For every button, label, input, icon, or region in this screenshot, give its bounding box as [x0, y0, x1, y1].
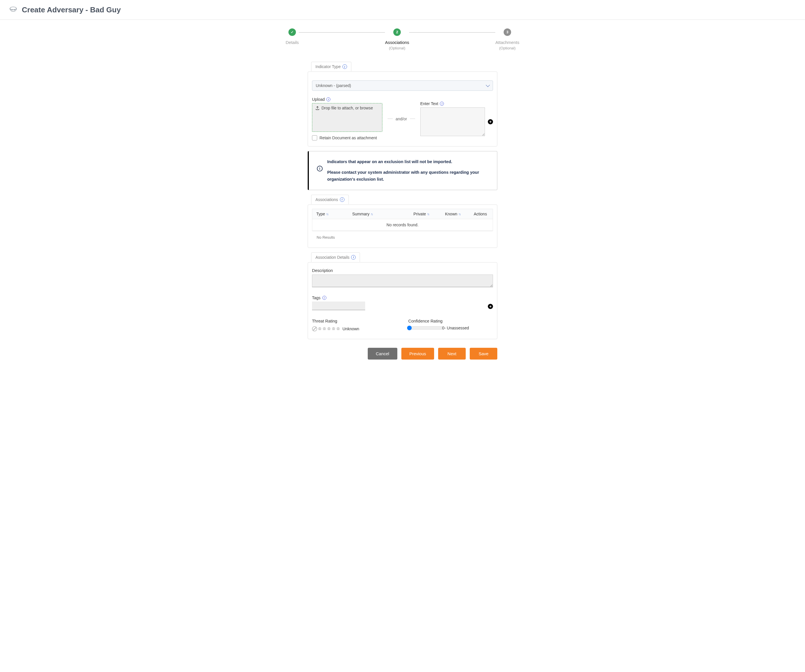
- step-sublabel: (Optional): [499, 46, 516, 50]
- step-number: 2: [393, 28, 401, 36]
- confidence-value: 0- Unassessed: [442, 326, 493, 330]
- tab-label: Indicator Type: [315, 64, 341, 69]
- chevron-down-icon: [486, 83, 490, 87]
- save-button[interactable]: Save: [470, 348, 497, 359]
- check-icon: ✓: [288, 28, 296, 36]
- enter-text-label: Enter Text i: [420, 102, 493, 106]
- upload-icon: [315, 106, 320, 110]
- step-label: Associations: [385, 40, 409, 45]
- step-label: Details: [286, 40, 299, 45]
- adversary-icon: [8, 5, 18, 14]
- sort-icon: ↑↓: [371, 212, 373, 216]
- step-label: Attachments: [495, 40, 519, 45]
- confidence-slider[interactable]: 0- Unassessed: [408, 326, 493, 330]
- threat-rating-label: Threat Rating: [312, 319, 397, 323]
- add-text-button[interactable]: +: [488, 119, 493, 125]
- info-icon[interactable]: i: [351, 255, 356, 260]
- tab-associations[interactable]: Associations i: [311, 195, 349, 204]
- step-sublabel: (Optional): [389, 46, 405, 50]
- alert-line1: Indicators that appear on an exclusion l…: [327, 158, 489, 166]
- indicator-text-input[interactable]: [420, 107, 485, 136]
- skull-icon[interactable]: [322, 327, 326, 331]
- info-icon[interactable]: i: [326, 97, 330, 102]
- step-details[interactable]: ✓ Details: [286, 28, 299, 46]
- step-connector: [299, 32, 385, 33]
- col-type[interactable]: Type ↑↓: [312, 211, 348, 216]
- indicator-type-select[interactable]: Unknown - (parsed): [312, 80, 493, 91]
- tab-association-details[interactable]: Association Details i: [311, 252, 360, 262]
- step-connector: [409, 32, 495, 33]
- and-or-divider: and/or: [388, 116, 415, 121]
- info-icon[interactable]: i: [440, 102, 444, 106]
- col-private[interactable]: Private ↑↓: [409, 211, 441, 216]
- previous-button[interactable]: Previous: [401, 348, 434, 359]
- indicator-type-panel: Unknown - (parsed) Upload i Drop file to…: [308, 72, 497, 146]
- no-records-text: No records found.: [312, 219, 493, 231]
- stepper: ✓ Details 2 Associations (Optional) 3 At…: [201, 20, 604, 62]
- threat-rating-control[interactable]: Unknown: [312, 326, 397, 331]
- retain-checkbox[interactable]: [312, 135, 317, 141]
- info-icon[interactable]: i: [322, 296, 326, 300]
- step-attachments[interactable]: 3 Attachments (Optional): [495, 28, 519, 50]
- associations-table: Type ↑↓ Summary ↑↓ Private ↑↓ Known ↑↓: [312, 209, 493, 231]
- skull-icon[interactable]: [327, 327, 331, 331]
- associations-panel: Type ↑↓ Summary ↑↓ Private ↑↓ Known ↑↓: [308, 205, 497, 248]
- tab-label: Association Details: [315, 255, 349, 260]
- info-icon[interactable]: i: [340, 197, 345, 202]
- step-number: 3: [504, 28, 511, 36]
- sort-icon: ↑↓: [427, 212, 429, 216]
- page-title: Create Adversary - Bad Guy: [22, 5, 121, 14]
- confidence-rating-label: Confidence Rating: [408, 319, 493, 323]
- col-summary[interactable]: Summary ↑↓: [348, 211, 409, 216]
- action-buttons: Cancel Previous Next Save: [308, 348, 497, 359]
- cancel-button[interactable]: Cancel: [368, 348, 398, 359]
- no-results-text: No Results: [312, 231, 493, 244]
- exclusion-alert: i Indicators that appear on an exclusion…: [308, 151, 497, 190]
- skull-icon[interactable]: [336, 327, 340, 331]
- add-tag-button[interactable]: +: [488, 304, 493, 309]
- dropzone-text: Drop file to attach, or browse: [322, 106, 373, 110]
- tab-indicator-type[interactable]: Indicator Type i: [311, 62, 352, 71]
- skull-icon[interactable]: [332, 327, 335, 331]
- upload-dropzone[interactable]: Drop file to attach, or browse: [312, 103, 383, 132]
- next-button[interactable]: Next: [438, 348, 466, 359]
- association-details-panel: Description Tags i + Threat Rating: [308, 262, 497, 339]
- skull-icon[interactable]: [318, 327, 322, 331]
- col-actions: Actions: [470, 211, 493, 216]
- sort-icon: ↑↓: [326, 212, 328, 216]
- description-input[interactable]: [312, 275, 493, 287]
- select-value: Unknown - (parsed): [316, 83, 351, 88]
- retain-label: Retain Document as attachment: [319, 136, 377, 140]
- tags-input[interactable]: [312, 302, 365, 310]
- alert-line2: Please contact your system administrator…: [327, 169, 489, 183]
- sort-icon: ↑↓: [458, 212, 460, 216]
- slider-track[interactable]: [408, 326, 443, 330]
- page-header: Create Adversary - Bad Guy: [0, 0, 805, 20]
- tab-label: Associations: [315, 197, 338, 202]
- upload-label: Upload i: [312, 97, 383, 102]
- tags-label: Tags i: [312, 295, 482, 300]
- col-known[interactable]: Known ↑↓: [441, 211, 470, 216]
- info-icon[interactable]: i: [342, 64, 347, 69]
- no-rating-icon[interactable]: [312, 326, 317, 331]
- info-icon: i: [317, 166, 323, 171]
- slider-thumb[interactable]: [407, 326, 412, 330]
- step-associations[interactable]: 2 Associations (Optional): [385, 28, 409, 50]
- threat-value: Unknown: [342, 326, 359, 331]
- description-label: Description: [312, 268, 493, 273]
